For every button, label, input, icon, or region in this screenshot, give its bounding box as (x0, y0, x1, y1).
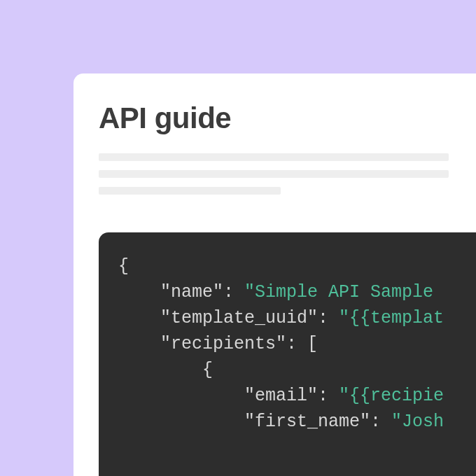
code-sample: {"name": "Simple API Sample "template_uu… (99, 232, 476, 476)
placeholder-line (99, 187, 281, 195)
code-key: "name" (160, 282, 223, 302)
code-key: "template_uuid" (160, 308, 318, 328)
placeholder-line (99, 153, 449, 161)
code-token: { (118, 256, 129, 276)
code-token: : (370, 412, 391, 432)
code-token: : (318, 308, 339, 328)
code-token: { (202, 360, 213, 380)
code-token: : (318, 386, 339, 406)
code-key: "first_name" (244, 412, 370, 432)
page-title: API guide (99, 102, 476, 135)
code-key: "recipients" (160, 334, 286, 354)
api-guide-card: API guide {"name": "Simple API Sample "t… (74, 74, 476, 476)
code-token: : (223, 282, 244, 302)
code-string: "Josh (391, 412, 444, 432)
code-token: : (286, 334, 307, 354)
code-string: "{{recipie (339, 386, 444, 406)
code-key: "email" (244, 386, 318, 406)
code-token: [ (307, 334, 318, 354)
placeholder-line (99, 170, 449, 178)
code-string: "Simple API Sample (244, 282, 444, 302)
code-string: "{{templat (339, 308, 444, 328)
